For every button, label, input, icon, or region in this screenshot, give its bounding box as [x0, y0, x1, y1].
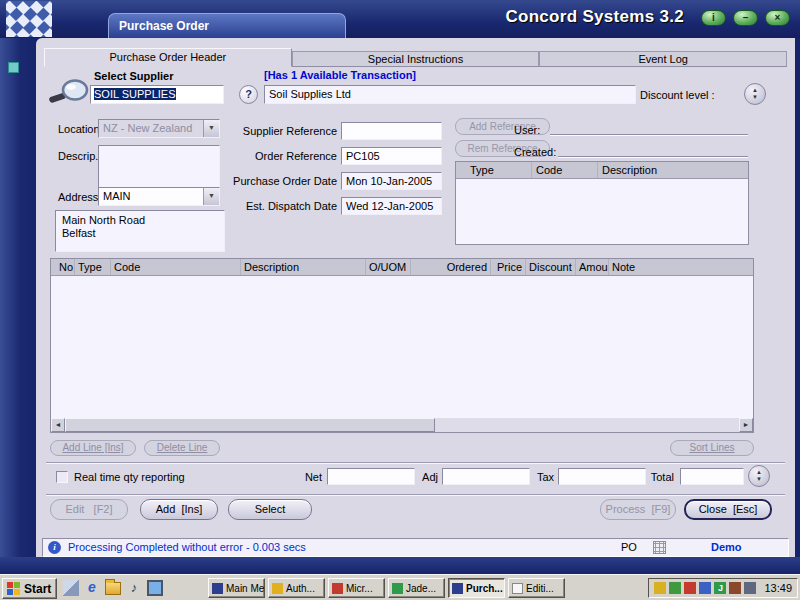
- start-button[interactable]: Start: [2, 578, 57, 599]
- col-type: Type: [75, 259, 111, 275]
- tab-bar: Purchase Order Header Special Instructio…: [44, 48, 787, 67]
- address-label: Address: [58, 191, 98, 203]
- spinner-up-icon: ▲: [756, 469, 762, 476]
- task-buttons: Main Me... Auth... Micr... Jade... Purch…: [208, 578, 565, 598]
- delete-line-button[interactable]: Delete Line: [144, 440, 220, 456]
- grid-status-icon: [653, 541, 666, 554]
- document-type-badge: PO: [621, 541, 637, 553]
- side-panel-button[interactable]: [8, 62, 19, 73]
- tab-event-log[interactable]: Event Log: [539, 51, 787, 67]
- adj-label: Adj: [410, 471, 438, 483]
- titlebar: Purchase Order Concord Systems 3.2 i – ×: [0, 0, 800, 38]
- spinner-up-icon: ▲: [752, 87, 758, 94]
- tray-icon-5[interactable]: [729, 582, 741, 594]
- task-editor[interactable]: Editi...: [508, 578, 565, 598]
- tray-icon-1[interactable]: [654, 582, 666, 594]
- quick-launch-bar: e ♪: [63, 580, 163, 596]
- taskbar: Start e ♪ Main Me... Auth... Micr...: [0, 574, 800, 600]
- location-dropdown[interactable]: NZ - New Zealand ▼: [98, 119, 220, 138]
- net-label: Net: [294, 471, 322, 483]
- order-reference-input[interactable]: PC105: [341, 147, 442, 165]
- add-button[interactable]: Add [Ins]: [140, 499, 218, 520]
- tray-icon-jade[interactable]: J: [714, 582, 726, 594]
- screen: Purchase Order Concord Systems 3.2 i – ×…: [0, 0, 800, 600]
- realtime-qty-checkbox[interactable]: [56, 471, 68, 483]
- tray-icon-3[interactable]: [684, 582, 696, 594]
- address-value: MAIN: [99, 188, 203, 205]
- tray-icon-6[interactable]: [744, 582, 756, 594]
- est-dispatch-date-field[interactable]: Wed 12-Jan-2005: [341, 197, 442, 215]
- horizontal-scrollbar[interactable]: ◄ ►: [51, 418, 753, 432]
- purchase-order-date-field[interactable]: Mon 10-Jan-2005: [341, 172, 442, 190]
- folder-icon[interactable]: [105, 582, 121, 595]
- net-field[interactable]: [327, 468, 415, 485]
- media-player-icon[interactable]: ♪: [126, 580, 142, 596]
- tray-icon-2[interactable]: [669, 582, 681, 594]
- tab-purchase-order-header[interactable]: Purchase Order Header: [44, 48, 292, 67]
- task-label: Purch...: [466, 583, 503, 594]
- address-line-2: Belfast: [62, 227, 218, 240]
- task-icon-jade: [392, 583, 403, 594]
- display-icon[interactable]: [147, 580, 163, 596]
- task-main-menu[interactable]: Main Me...: [208, 578, 265, 598]
- location-value: NZ - New Zealand: [99, 120, 203, 137]
- col-price: Price: [491, 259, 526, 275]
- search-supplier-icon[interactable]: [47, 77, 91, 107]
- windows-logo-icon: [7, 582, 20, 595]
- tax-field[interactable]: [558, 468, 646, 485]
- select-button[interactable]: Select: [228, 499, 312, 520]
- spinner-down-icon: ▼: [752, 94, 758, 101]
- supplier-name-field: Soil Supplies Ltd: [264, 85, 636, 104]
- tray-icon-4[interactable]: [699, 582, 711, 594]
- task-purchase-order[interactable]: Purch...: [448, 578, 505, 598]
- col-discount: Discount %: [526, 259, 576, 275]
- spinner-down-icon: ▼: [756, 476, 762, 483]
- process-button[interactable]: Process [F9]: [600, 499, 676, 520]
- right-frame: [795, 38, 800, 574]
- taskbar-clock: 13:49: [764, 582, 792, 594]
- adj-field[interactable]: [442, 468, 530, 485]
- created-label: Created:: [514, 146, 556, 158]
- status-bar: i Processing Completed without error - 0…: [42, 538, 789, 557]
- reference-col-description: Description: [598, 162, 748, 178]
- tab-special-instructions[interactable]: Special Instructions: [292, 51, 540, 67]
- supplier-code-input[interactable]: SOIL SUPPLIES: [90, 85, 224, 104]
- reference-col-type: Type: [456, 162, 532, 178]
- sort-lines-button[interactable]: Sort Lines: [670, 440, 754, 456]
- environment-badge: Demo: [711, 541, 742, 553]
- separator: [46, 462, 785, 464]
- supplier-reference-input[interactable]: [341, 122, 442, 140]
- supplier-code-value: SOIL SUPPLIES: [94, 88, 176, 100]
- reference-col-code: Code: [532, 162, 598, 178]
- total-field[interactable]: [680, 468, 744, 485]
- total-label: Total: [638, 471, 674, 483]
- purchase-order-form: Purchase Order Header Special Instructio…: [36, 38, 795, 557]
- task-icon-editor: [512, 583, 523, 594]
- reference-table: Type Code Description: [455, 161, 749, 245]
- task-microsoft[interactable]: Micr...: [328, 578, 385, 598]
- window-info-button[interactable]: i: [701, 10, 726, 26]
- totals-spinner[interactable]: ▲ ▼: [748, 465, 770, 487]
- separator: [46, 494, 785, 496]
- order-lines-header: No. Type Code Description O/UOM Ordered …: [51, 259, 753, 276]
- order-reference-label: Order Reference: [214, 150, 337, 162]
- window-minimize-button[interactable]: –: [733, 10, 758, 26]
- help-button[interactable]: ?: [239, 85, 258, 104]
- scroll-left-icon[interactable]: ◄: [51, 418, 65, 432]
- window-close-button[interactable]: ×: [765, 10, 790, 26]
- close-button[interactable]: Close [Esc]: [684, 499, 772, 520]
- scrollbar-thumb[interactable]: [65, 418, 435, 432]
- discount-level-spinner[interactable]: ▲ ▼: [744, 83, 766, 105]
- show-desktop-icon[interactable]: [63, 580, 79, 596]
- order-lines-table[interactable]: No. Type Code Description O/UOM Ordered …: [50, 258, 754, 433]
- col-description: Description: [241, 259, 366, 275]
- status-message: Processing Completed without error - 0.0…: [68, 541, 306, 553]
- task-auth[interactable]: Auth...: [268, 578, 325, 598]
- add-line-button[interactable]: Add Line [Ins]: [50, 440, 136, 456]
- internet-explorer-icon[interactable]: e: [84, 580, 100, 596]
- description-textarea[interactable]: [98, 145, 220, 189]
- scroll-right-icon[interactable]: ►: [739, 418, 753, 432]
- edit-button[interactable]: Edit [F2]: [50, 499, 128, 520]
- task-jade[interactable]: Jade...: [388, 578, 445, 598]
- address-dropdown[interactable]: MAIN ▼: [98, 187, 220, 206]
